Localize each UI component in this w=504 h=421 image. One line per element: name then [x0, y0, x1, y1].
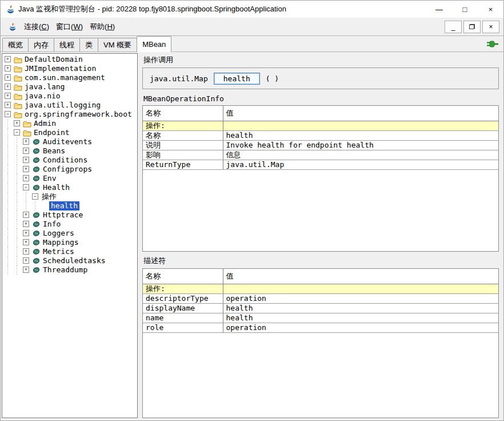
tab-VM 概要[interactable]: VM 概要: [98, 38, 137, 51]
table-row[interactable]: descriptorTypeoperation: [143, 293, 498, 303]
tree-item-java.nio[interactable]: +java.nio: [3, 92, 137, 101]
mbean-tree[interactable]: +DefaultDomain+JMImplementation+com.sun.…: [2, 53, 138, 418]
table-row[interactable]: ReturnTypejava.util.Map: [143, 160, 498, 169]
tree-expand-icon[interactable]: +: [22, 238, 31, 247]
tree-item-java.util.logging[interactable]: +java.util.logging: [3, 101, 137, 110]
tree-expand-icon[interactable]: +: [3, 55, 13, 64]
table-row[interactable]: 操作:: [143, 284, 498, 293]
menu-item[interactable]: 连接(C): [21, 19, 53, 34]
tab-概览[interactable]: 概览: [2, 38, 29, 51]
tree-item-label[interactable]: java.nio: [23, 92, 62, 101]
tree-item-Admin[interactable]: +Admin: [3, 119, 137, 128]
tree-expand-icon[interactable]: +: [22, 265, 31, 275]
table-row[interactable]: namehealth: [143, 313, 498, 323]
table-row[interactable]: 名称health: [143, 130, 498, 140]
tree-item-Scheduledtasks[interactable]: +Scheduledtasks: [3, 256, 137, 265]
tree-expand-icon[interactable]: +: [13, 119, 22, 128]
tree-item-label[interactable]: JMImplementation: [23, 64, 98, 73]
tree-item-Threaddump[interactable]: +Threaddump: [3, 265, 137, 275]
tree-item-label[interactable]: Threaddump: [41, 265, 89, 275]
window-maximize-button[interactable]: □: [452, 1, 478, 18]
table-row[interactable]: displayNamehealth: [143, 303, 498, 313]
tree-item-DefaultDomain[interactable]: +DefaultDomain: [3, 55, 137, 64]
tree-item-label[interactable]: Endpoint: [32, 128, 71, 137]
tree-item-Auditevents[interactable]: +Auditevents: [3, 137, 137, 146]
tree-item-Configprops[interactable]: +Configprops: [3, 165, 137, 174]
table-row[interactable]: 操作:: [143, 121, 498, 130]
table-row[interactable]: 说明Invoke health for endpoint health: [143, 140, 498, 150]
tree-item-java.lang[interactable]: +java.lang: [3, 82, 137, 92]
column-header[interactable]: 名称: [143, 106, 223, 121]
tree-expand-icon[interactable]: +: [22, 229, 31, 238]
tree-item-Mappings[interactable]: +Mappings: [3, 238, 137, 247]
tree-expand-icon[interactable]: +: [22, 174, 31, 183]
tree-item-label[interactable]: java.util.logging: [23, 101, 102, 110]
frame-minimize-button[interactable]: _: [445, 21, 462, 33]
tree-item-label[interactable]: Auditevents: [41, 137, 94, 146]
tree-item-label[interactable]: Httptrace: [41, 210, 85, 220]
tree-expand-icon[interactable]: +: [3, 101, 13, 110]
tree-item-Info[interactable]: +Info: [3, 220, 137, 229]
tree-expand-icon[interactable]: +: [22, 210, 31, 220]
tree-item-label[interactable]: Env: [41, 174, 58, 183]
menu-item[interactable]: 帮助(H): [86, 19, 118, 34]
tree-item-label[interactable]: Configprops: [41, 165, 94, 174]
column-header[interactable]: 值: [223, 106, 498, 121]
menu-item[interactable]: 窗口(W): [53, 19, 86, 34]
tree-expand-icon[interactable]: +: [22, 247, 31, 256]
tree-collapse-icon[interactable]: −: [22, 183, 31, 192]
tree-item-label[interactable]: com.sun.management: [23, 73, 107, 82]
tree-item-label[interactable]: java.lang: [23, 82, 66, 92]
tree-expand-icon[interactable]: +: [22, 156, 31, 165]
column-header[interactable]: 值: [223, 269, 498, 284]
window-minimize-button[interactable]: —: [426, 1, 452, 18]
tree-item-Beans[interactable]: +Beans: [3, 146, 137, 156]
tree-item-label[interactable]: Health: [41, 183, 71, 192]
tab-类[interactable]: 类: [79, 38, 98, 51]
tree-expand-icon[interactable]: +: [22, 220, 31, 229]
tree-expand-icon[interactable]: +: [22, 165, 31, 174]
tree-item-Loggers[interactable]: +Loggers: [3, 229, 137, 238]
tree-item-label[interactable]: Beans: [41, 146, 67, 156]
tree-item-label[interactable]: Info: [41, 220, 62, 229]
window-close-button[interactable]: ×: [478, 1, 503, 18]
frame-close-button[interactable]: ×: [482, 21, 499, 33]
tree-expand-icon[interactable]: +: [3, 64, 13, 73]
tree-expand-icon[interactable]: +: [3, 82, 13, 92]
table-row[interactable]: roleoperation: [143, 323, 498, 332]
tree-expand-icon[interactable]: +: [3, 92, 13, 101]
invoke-health-button[interactable]: health: [214, 73, 260, 85]
tree-item-label[interactable]: Admin: [32, 119, 58, 128]
tree-item-Env[interactable]: +Env: [3, 174, 137, 183]
tree-item-label[interactable]: Metrics: [41, 247, 76, 256]
frame-restore-button[interactable]: [463, 21, 481, 33]
tree-item-label[interactable]: Loggers: [41, 229, 76, 238]
tree-expand-icon[interactable]: +: [3, 73, 13, 82]
tree-item-org.springframework.boot[interactable]: −org.springframework.boot: [3, 110, 137, 119]
tree-item-label[interactable]: 操作: [40, 192, 58, 201]
tab-线程[interactable]: 线程: [54, 38, 80, 51]
tree-expand-icon[interactable]: +: [22, 137, 31, 146]
tree-item-Httptrace[interactable]: +Httptrace: [3, 210, 137, 220]
tree-item-health[interactable]: health: [3, 201, 137, 210]
tree-item-Health[interactable]: −Health: [3, 183, 137, 192]
table-row[interactable]: 影响信息: [143, 150, 498, 160]
tree-item-label[interactable]: Conditions: [41, 156, 89, 165]
tab-MBean[interactable]: MBean: [137, 36, 171, 52]
tree-expand-icon[interactable]: +: [22, 256, 31, 265]
tree-item-label[interactable]: org.springframework.boot: [23, 110, 134, 119]
tree-item-label[interactable]: Scheduledtasks: [41, 256, 107, 265]
tree-item-Conditions[interactable]: +Conditions: [3, 156, 137, 165]
tree-collapse-icon[interactable]: −: [31, 192, 40, 201]
tree-item-操作[interactable]: −操作: [3, 192, 137, 201]
tree-item-label[interactable]: DefaultDomain: [23, 55, 85, 64]
tree-item-label[interactable]: health: [49, 201, 79, 210]
tree-collapse-icon[interactable]: −: [13, 128, 22, 137]
tab-内存[interactable]: 内存: [28, 38, 54, 51]
tree-item-label[interactable]: Mappings: [41, 238, 81, 247]
tree-expand-icon[interactable]: +: [22, 146, 31, 156]
tree-collapse-icon[interactable]: −: [3, 110, 13, 119]
column-header[interactable]: 名称: [143, 269, 223, 284]
tree-item-Metrics[interactable]: +Metrics: [3, 247, 137, 256]
tree-item-com.sun.management[interactable]: +com.sun.management: [3, 73, 137, 82]
